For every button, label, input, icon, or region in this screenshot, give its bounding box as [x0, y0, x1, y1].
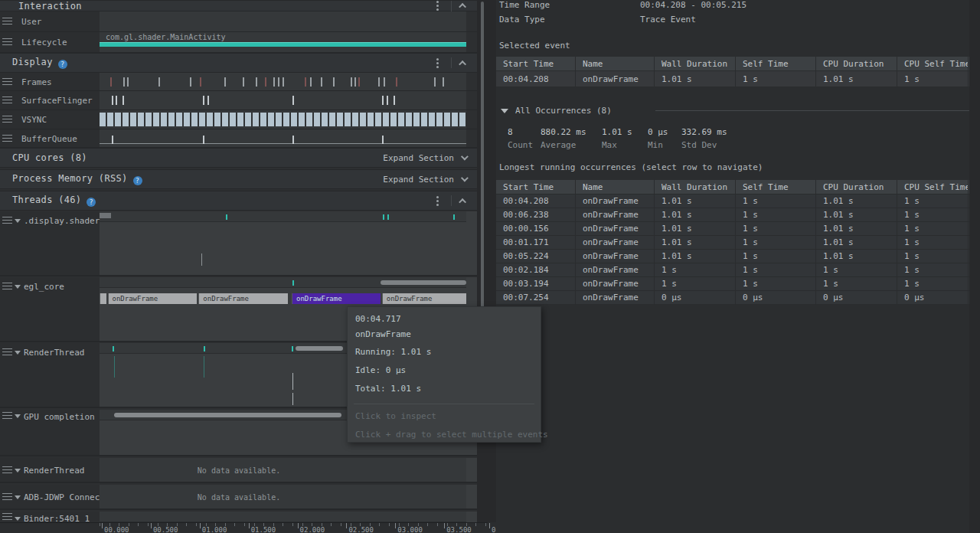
drag-handle-icon[interactable]	[2, 217, 12, 224]
trace-event-sliver[interactable]	[292, 393, 293, 405]
table-row[interactable]: 00:02.184onDrawFrame1 s1 s1 s1 s	[496, 263, 970, 277]
drag-handle-icon[interactable]	[2, 348, 12, 355]
thread-state-bar[interactable]	[114, 413, 341, 417]
stat-value: 332.69 ms	[681, 127, 727, 137]
more-options-icon[interactable]	[436, 200, 439, 202]
thread-row-binder: Binder:5401_1	[0, 512, 477, 522]
frame-tick	[378, 77, 380, 87]
table-cell: onDrawFrame	[576, 291, 655, 304]
table-cell: 1.01 s	[816, 222, 897, 235]
lifecycle-track[interactable]: com.gl.shader.MainActivity	[100, 32, 466, 52]
frame-tick	[190, 77, 191, 87]
trace-event-sliver[interactable]	[114, 356, 115, 378]
table-row[interactable]: 00:06.238onDrawFrame1.01 s1 s1.01 s1 s	[496, 208, 970, 222]
axis-major-tick	[249, 523, 250, 528]
tooltip-running: Running: 1.01 s	[355, 347, 431, 357]
lifecycle-activity-bar[interactable]	[100, 42, 466, 47]
table-row[interactable]: 00:07.254onDrawFrame0 μs0 μs0 μs0 μs	[496, 291, 970, 305]
thread-trace-area[interactable]: No data available.	[100, 485, 466, 508]
drag-handle-icon[interactable]	[2, 96, 12, 103]
tooltip-event-name: onDrawFrame	[355, 329, 411, 339]
collapse-thread-icon[interactable]	[15, 469, 21, 473]
collapse-section-icon[interactable]	[459, 198, 466, 205]
more-options-icon[interactable]	[436, 5, 439, 7]
thread-state-bar[interactable]	[100, 213, 111, 218]
drag-handle-icon[interactable]	[2, 513, 12, 520]
table-row[interactable]: 00:03.194onDrawFrame1 s1 s1 s1 s	[496, 277, 970, 291]
table-cell: 00:04.208	[496, 195, 576, 208]
table-cell: 1 s	[897, 71, 969, 87]
bufferqueue-track[interactable]	[100, 129, 466, 147]
table-cell: 0 μs	[736, 291, 816, 304]
expand-section-button[interactable]: Expand Section	[383, 175, 466, 185]
frame-tick-janky	[358, 77, 360, 87]
trace-event-bar[interactable]	[100, 293, 106, 304]
surfaceflinger-tick	[122, 96, 124, 105]
all-occurrences-header[interactable]: All Occurrences (8)	[501, 106, 612, 116]
tooltip-hint-drag: Click + drag to select multiple events	[355, 430, 548, 440]
track-row-bufferqueue: BufferQueue	[0, 129, 477, 148]
trace-event-bar-selected[interactable]: onDrawFrame	[292, 293, 381, 304]
drag-handle-icon[interactable]	[2, 18, 12, 25]
collapse-thread-icon[interactable]	[15, 351, 21, 355]
user-track[interactable]	[100, 11, 466, 31]
collapse-thread-icon[interactable]	[15, 414, 21, 418]
drag-handle-icon[interactable]	[2, 283, 12, 289]
help-icon[interactable]: ?	[133, 176, 142, 185]
trace-event-bar[interactable]: onDrawFrame	[382, 293, 466, 304]
trace-event-sliver[interactable]	[204, 356, 204, 378]
table-cell: 1.01 s	[816, 195, 897, 208]
expand-section-button[interactable]: Expand Section	[383, 153, 466, 163]
analysis-pane: Time Range 00:04.208 - 00:05.215 Data Ty…	[496, 0, 969, 533]
collapse-section-icon[interactable]	[459, 60, 466, 67]
drag-handle-icon[interactable]	[2, 78, 12, 85]
surfaceflinger-tick	[116, 96, 117, 105]
thread-activity-tick	[383, 214, 384, 220]
surfaceflinger-track[interactable]	[100, 91, 466, 110]
drag-handle-icon[interactable]	[2, 412, 12, 419]
trace-event-bar[interactable]: onDrawFrame	[198, 293, 288, 304]
drag-handle-icon[interactable]	[2, 493, 12, 500]
column-header: Self Time	[736, 57, 816, 70]
frame-tick	[384, 77, 385, 87]
drag-handle-icon[interactable]	[2, 116, 12, 123]
collapse-thread-icon[interactable]	[15, 219, 21, 223]
trace-event-bar[interactable]: onDrawFrame	[108, 293, 198, 304]
help-icon[interactable]: ?	[87, 198, 96, 207]
collapse-thread-icon[interactable]	[15, 495, 21, 499]
table-row[interactable]: 00:00.156onDrawFrame1.01 s1 s1.01 s1 s	[496, 222, 970, 236]
right-scrollbar-gutter	[969, 0, 980, 533]
more-options-icon[interactable]	[436, 62, 439, 64]
trace-event-sliver[interactable]	[292, 373, 293, 390]
thread-state-strip[interactable]	[100, 211, 466, 222]
frame-tick	[278, 77, 279, 87]
table-cell: 1 s	[897, 222, 969, 235]
thread-state-bar[interactable]	[296, 346, 343, 351]
thread-trace-area[interactable]: No data available.	[100, 458, 466, 482]
trace-event-sliver[interactable]	[201, 253, 202, 266]
drag-handle-icon[interactable]	[2, 38, 12, 45]
drag-handle-icon[interactable]	[2, 135, 12, 142]
thread-state-strip[interactable]	[100, 277, 466, 288]
vsync-track[interactable]	[100, 110, 466, 129]
thread-trace-area[interactable]	[100, 223, 466, 275]
thread-state-strip[interactable]	[100, 512, 466, 522]
triangle-down-icon	[501, 109, 508, 113]
table-cell: 1 s	[736, 195, 816, 208]
divider	[354, 404, 534, 404]
collapse-thread-icon[interactable]	[15, 517, 21, 521]
drag-handle-icon[interactable]	[2, 466, 12, 473]
collapse-thread-icon[interactable]	[15, 285, 21, 289]
table-row[interactable]: 00:04.208onDrawFrame1.01 s1 s1.01 s1 s	[496, 195, 970, 208]
table-row[interactable]: 00:01.171onDrawFrame1.01 s1 s1.01 s1 s	[496, 236, 970, 250]
data-type-value: Trace Event	[640, 15, 696, 25]
thread-state-bar[interactable]	[381, 280, 466, 285]
thread-name: RenderThread	[24, 348, 84, 358]
help-icon[interactable]: ?	[58, 60, 67, 69]
frame-tick	[333, 77, 335, 87]
stat-label: Std Dev	[681, 140, 727, 150]
table-row[interactable]: 00:05.224onDrawFrame1.01 s1 s1.01 s1 s	[496, 250, 970, 263]
collapse-section-icon[interactable]	[459, 3, 466, 11]
bufferqueue-baseline	[100, 143, 466, 144]
frames-track[interactable]	[100, 73, 466, 90]
